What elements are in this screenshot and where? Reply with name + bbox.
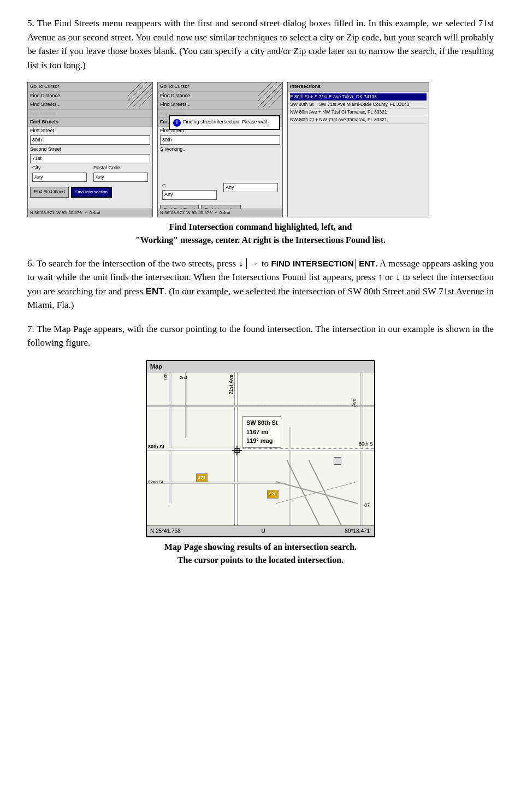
ss1-city-label: City <box>30 164 89 172</box>
building-icon <box>334 457 341 465</box>
status-mid: U <box>261 527 265 535</box>
ss1-status-text: N 36°08.971' W 95°50.579' ↔ 0.4mi <box>30 210 100 216</box>
ss2-working-label: S Working... <box>158 145 282 153</box>
info-line3: 119° mag <box>246 436 277 446</box>
caption-1: Find Intersection command highlighted, l… <box>27 221 494 247</box>
ss2-first-street-input[interactable]: 80th <box>160 135 280 145</box>
screenshot-3: Intersections E 80th St + S 71st E Ave T… <box>287 82 429 217</box>
caption-1-line2: "Working" message, center. At right is t… <box>27 234 494 247</box>
map-caption-line2: The cursor points to the located interse… <box>27 554 494 567</box>
map-caption: Map Page showing results of an intersect… <box>27 541 494 567</box>
intersections-list: E 80th St + S 71st E Ave Tulsa, OK 74133… <box>288 92 429 126</box>
label-72nd: 72n <box>162 374 169 381</box>
label-2nd: 2nd <box>180 375 187 381</box>
map-caption-line1: Map Page showing results of an intersect… <box>27 541 494 554</box>
ss2-postal-input[interactable]: Any <box>223 183 278 193</box>
diagonal-lines-2 <box>258 82 282 107</box>
map-titlebar: Map <box>147 361 374 373</box>
label-80th-right: 80th S <box>359 441 373 448</box>
ss2-city-label: C <box>160 182 219 190</box>
paragraph-2: 6. To search for the intersection of the… <box>27 257 494 312</box>
ss1-second-street-input[interactable]: 71st <box>30 154 150 164</box>
map-cursor <box>232 446 242 460</box>
ss3-title: Intersections <box>288 82 429 92</box>
ss1-city-postal-row: City Any Postal Code Any <box>28 164 152 182</box>
ss2-city-postal-row: C Any Any <box>158 182 282 200</box>
info-icon: i <box>173 119 181 127</box>
svg-line-4 <box>128 82 141 96</box>
ss1-first-street-input[interactable]: 80th <box>30 135 150 145</box>
ss1-second-street-label: Second Street <box>28 145 152 153</box>
paragraph-3: 7. The Map Page appears, with the cursor… <box>27 322 494 350</box>
para2-part1: 6. To search for the intersection of the… <box>27 258 271 269</box>
status-left: N 25°41.758' <box>150 527 182 535</box>
intersection-item-2[interactable]: NW 80th Ave + NW 71st Ct Tamarac, FL 333… <box>290 109 427 116</box>
ss1-first-street-label: First Street <box>28 127 152 135</box>
ss2-status-text: N 36°08.971' W 95°50.579' ↔ 0.4mi <box>160 210 230 216</box>
svg-line-6 <box>263 88 282 107</box>
ss1-postal-label: Postal Code <box>91 164 150 172</box>
para2-ent: ENT <box>146 286 164 297</box>
ss2-statusbar: N 36°08.971' W 95°50.579' ↔ 0.4mi <box>158 209 282 217</box>
para2-find: Find Intersection│ENT <box>271 259 376 268</box>
map-box: Map <box>146 360 375 538</box>
diagonal-lines-1 <box>128 82 152 107</box>
intersection-item-0[interactable]: E 80th St + S 71st E Ave Tulsa, OK 74133 <box>290 93 427 101</box>
screenshots-row: Go To Cursor Find Distance Find Streets.… <box>27 82 494 217</box>
map-area: 72n 2nd 71st Ave 80th St 80th S 82nd St … <box>147 372 374 525</box>
road-82nd-h <box>147 482 287 484</box>
map-info-box: SW 80th St 1167 mi 119° mag <box>242 416 281 448</box>
label-ave-right: Ave <box>351 399 358 407</box>
ss2-city-input[interactable]: Any <box>162 190 217 200</box>
status-right: 80°18.471' <box>345 527 371 535</box>
shield-878a: 878 <box>196 473 208 482</box>
label-71st: 71st Ave <box>228 375 235 394</box>
label-82nd: 82nd St <box>148 479 163 485</box>
shield-878b: 878 <box>267 490 279 499</box>
intersection-item-3[interactable]: NW 80th Ct + NW 71st Ave Tamarac, FL 333… <box>290 116 427 124</box>
paragraph-1: 5. The Find Streets menu reappears with … <box>27 16 494 72</box>
working-popup: i Finding street intersection. Please wa… <box>169 115 280 130</box>
working-text: Finding street intersection. Please wait… <box>183 118 269 126</box>
svg-line-9 <box>258 82 271 96</box>
ss1-find-streets-label: Find Streets <box>28 118 152 127</box>
ss1-postal-input[interactable]: Any <box>93 173 148 182</box>
info-line2: 1167 mi <box>246 428 277 437</box>
intersection-item-1[interactable]: SW 80th St + SW 71st Ave Miami-Dade Coun… <box>290 101 427 109</box>
svg-line-5 <box>258 82 282 107</box>
svg-line-7 <box>269 93 282 107</box>
ss1-button-row: Find First Street Find Intersection <box>28 185 152 200</box>
ss1-find-address: Find Address <box>28 110 152 118</box>
svg-line-10 <box>287 460 319 525</box>
ss2-postal-label <box>221 182 280 182</box>
ss1-city-input[interactable]: Any <box>32 173 87 182</box>
dashed-road-1 <box>237 448 374 449</box>
info-line1: SW 80th St <box>246 418 277 428</box>
ss1-find-intersection-btn[interactable]: Find Intersection <box>71 187 112 198</box>
svg-line-0 <box>128 82 152 107</box>
map-container: Map <box>27 360 494 538</box>
diagonal-roads <box>276 460 358 525</box>
cursor-icon <box>232 446 242 455</box>
svg-line-11 <box>309 460 341 525</box>
svg-line-2 <box>139 93 152 107</box>
svg-line-1 <box>133 88 152 107</box>
svg-line-3 <box>128 82 147 102</box>
road-72nd-v <box>169 372 171 503</box>
map-statusbar: N 25°41.758' U 80°18.471' <box>147 525 374 536</box>
svg-line-8 <box>258 82 277 102</box>
ss1-statusbar: N 36°08.971' W 95°50.579' ↔ 0.4mi <box>28 209 152 217</box>
caption-1-line1: Find Intersection command highlighted, l… <box>27 221 494 234</box>
ss1-find-first-street-btn[interactable]: Find First Street <box>30 187 69 198</box>
label-87: 87 <box>364 502 370 509</box>
screenshot-1: Go To Cursor Find Distance Find Streets.… <box>27 82 153 217</box>
label-80th-left: 80th St <box>148 443 164 451</box>
screenshot-2: Go To Cursor Find Distance Find Streets.… <box>157 82 283 217</box>
